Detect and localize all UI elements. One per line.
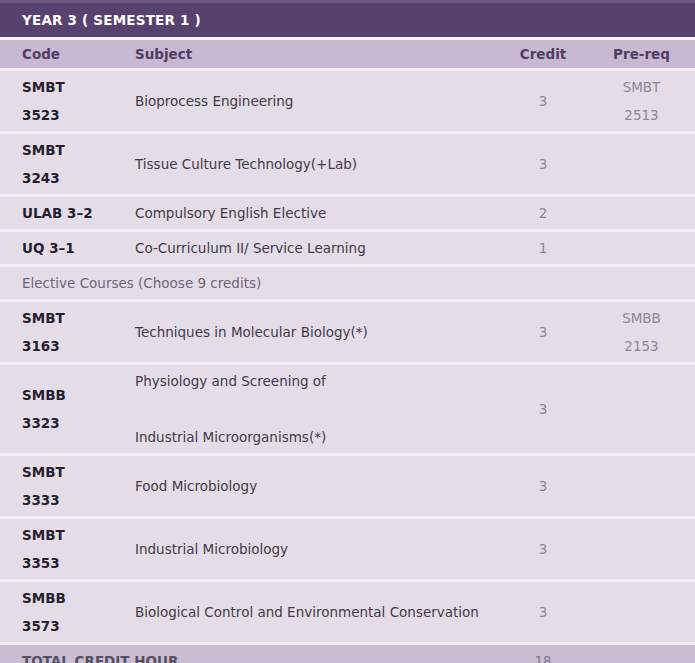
header-row: Code Subject Credit Pre-req (0, 39, 695, 70)
course-code: UQ 3–1 (0, 231, 135, 266)
course-prereq (588, 364, 695, 455)
course-credit: 1 (498, 231, 588, 266)
course-prereq (588, 133, 695, 196)
course-subject: Techniques in Molecular Biology(*) (135, 301, 498, 364)
course-subject: Food Microbiology (135, 455, 498, 518)
total-row: TOTAL CREDIT HOUR 18 (0, 644, 695, 663)
course-subject: Industrial Microbiology (135, 518, 498, 581)
course-code: ULAB 3–2 (0, 196, 135, 231)
course-credit: 3 (498, 518, 588, 581)
course-prereq (588, 231, 695, 266)
note-row: Elective Courses (Choose 9 credits) (0, 266, 695, 301)
course-credit: 3 (498, 70, 588, 133)
course-code: SMBB 3323 (0, 364, 135, 455)
column-header-credit: Credit (498, 39, 588, 70)
course-subject: Biological Control and Environmental Con… (135, 581, 498, 644)
course-table-header: Code Subject Credit Pre-req (0, 39, 695, 70)
course-subject: Tissue Culture Technology(+Lab) (135, 133, 498, 196)
table-row: ULAB 3–2Compulsory English Elective2 (0, 196, 695, 231)
course-table-footer: TOTAL CREDIT HOUR 18 (0, 644, 695, 663)
course-credit: 2 (498, 196, 588, 231)
course-prereq: SMBB 2153 (588, 301, 695, 364)
table-row: SMBT 3353Industrial Microbiology3 (0, 518, 695, 581)
semester-card: YEAR 3 ( SEMESTER 1 ) Code Subject Credi… (0, 0, 695, 663)
column-header-prereq: Pre-req (588, 39, 695, 70)
course-prereq (588, 196, 695, 231)
course-prereq (588, 455, 695, 518)
table-row: SMBT 3163Techniques in Molecular Biology… (0, 301, 695, 364)
column-header-subject: Subject (135, 39, 498, 70)
table-row: SMBT 3523Bioprocess Engineering3SMBT 251… (0, 70, 695, 133)
course-table: Code Subject Credit Pre-req SMBT 3523Bio… (0, 37, 695, 663)
course-subject: Bioprocess Engineering (135, 70, 498, 133)
column-header-code: Code (0, 39, 135, 70)
course-prereq: SMBT 2513 (588, 70, 695, 133)
course-prereq (588, 581, 695, 644)
table-row: SMBB 3573Biological Control and Environm… (0, 581, 695, 644)
course-credit: 3 (498, 301, 588, 364)
course-credit: 3 (498, 133, 588, 196)
course-subject: Compulsory English Elective (135, 196, 498, 231)
course-prereq (588, 518, 695, 581)
course-subject: Co-Curriculum II/ Service Learning (135, 231, 498, 266)
course-code: SMBT 3243 (0, 133, 135, 196)
course-code: SMBT 3353 (0, 518, 135, 581)
total-credit-value: 18 (498, 644, 588, 663)
semester-title-bar: YEAR 3 ( SEMESTER 1 ) (0, 0, 695, 37)
elective-note: Elective Courses (Choose 9 credits) (0, 266, 695, 301)
course-credit: 3 (498, 364, 588, 455)
course-credit: 3 (498, 455, 588, 518)
course-table-body: SMBT 3523Bioprocess Engineering3SMBT 251… (0, 70, 695, 644)
course-code: SMBT 3333 (0, 455, 135, 518)
table-row: SMBB 3323Physiology and Screening of Ind… (0, 364, 695, 455)
course-code: SMBT 3523 (0, 70, 135, 133)
table-row: SMBT 3243Tissue Culture Technology(+Lab)… (0, 133, 695, 196)
semester-title: YEAR 3 ( SEMESTER 1 ) (22, 12, 201, 28)
table-row: SMBT 3333Food Microbiology3 (0, 455, 695, 518)
table-row: UQ 3–1Co-Curriculum II/ Service Learning… (0, 231, 695, 266)
course-code: SMBT 3163 (0, 301, 135, 364)
course-subject: Physiology and Screening of Industrial M… (135, 364, 498, 455)
course-credit: 3 (498, 581, 588, 644)
total-label: TOTAL CREDIT HOUR (0, 644, 498, 663)
course-code: SMBB 3573 (0, 581, 135, 644)
total-prereq-empty-cell (588, 644, 695, 663)
